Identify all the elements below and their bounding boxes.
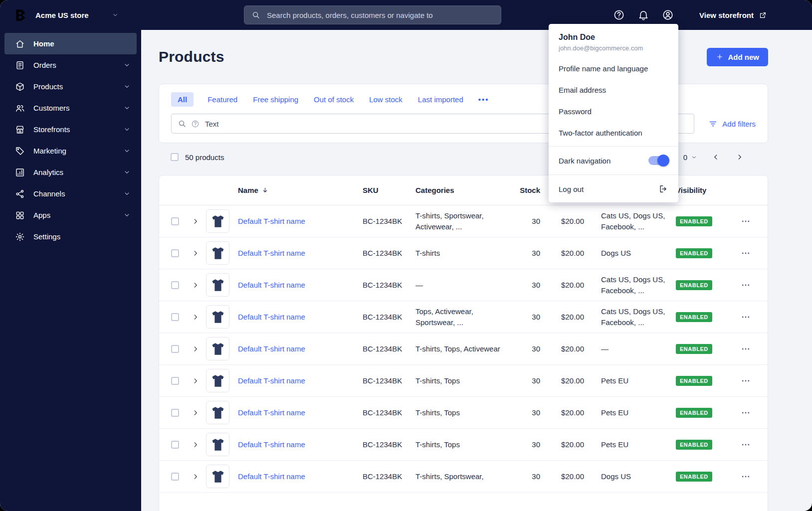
prev-page-button[interactable] — [711, 152, 721, 162]
tshirt-icon — [210, 437, 225, 452]
sidebar-item-storefronts[interactable]: Storefronts — [4, 119, 137, 140]
row-checkbox[interactable] — [171, 217, 179, 225]
product-sku: BC-1234BK — [363, 281, 415, 289]
row-checkbox[interactable] — [171, 281, 179, 289]
row-actions-button[interactable] — [741, 247, 753, 259]
sidebar-item-icon — [15, 146, 25, 156]
sidebar-item-channels[interactable]: Channels — [4, 183, 137, 204]
row-expand-button[interactable] — [191, 408, 200, 417]
column-header-categories[interactable]: Categories — [415, 186, 513, 194]
product-name-link[interactable]: Default T-shirt name — [238, 440, 363, 449]
filter-tab-low-stock[interactable]: Low stock — [368, 92, 404, 107]
sidebar-nav: Home Orders Products Customers Storefron… — [0, 33, 141, 247]
logout-menu-item[interactable]: Log out — [549, 177, 678, 200]
chevron-right-icon — [191, 313, 200, 322]
sidebar-item-home[interactable]: Home — [4, 33, 137, 54]
column-header-visibility[interactable]: Visibility — [676, 186, 726, 194]
filter-tab-featured[interactable]: Featured — [206, 92, 239, 107]
filter-tab-out-of-stock[interactable]: Out of stock — [312, 92, 355, 107]
profile-menu-item-profile-name-and-language[interactable]: Profile name and language — [549, 58, 678, 79]
product-stock: 30 — [532, 344, 542, 353]
sidebar-item-label: Channels — [33, 189, 123, 198]
row-checkbox[interactable] — [171, 345, 179, 353]
sidebar-item-icon — [15, 39, 25, 49]
product-stock: 30 — [532, 376, 542, 385]
product-name-link[interactable]: Default T-shirt name — [238, 408, 363, 417]
add-new-button[interactable]: Add new — [707, 48, 769, 66]
profile-menu-item-password[interactable]: Password — [549, 101, 678, 122]
store-switcher[interactable]: Acme US store — [35, 11, 119, 19]
row-actions-button[interactable] — [741, 311, 753, 323]
product-name-link[interactable]: Default T-shirt name — [238, 217, 363, 225]
row-checkbox[interactable] — [171, 377, 179, 385]
select-all-checkbox[interactable] — [171, 153, 179, 161]
row-checkbox[interactable] — [171, 473, 179, 481]
product-name-link[interactable]: Default T-shirt name — [238, 376, 363, 385]
column-header-name[interactable]: Name — [238, 186, 363, 194]
product-visibility: ENABLED — [676, 312, 726, 322]
next-page-button[interactable] — [735, 152, 745, 162]
row-actions-button[interactable] — [741, 279, 753, 291]
row-actions-button[interactable] — [741, 471, 753, 483]
profile-menu-item-two-factor-authentication[interactable]: Two-factor authentication — [549, 122, 678, 144]
row-actions-button[interactable] — [741, 215, 753, 227]
product-thumbnail — [206, 369, 229, 392]
filter-tab-free-shipping[interactable]: Free shipping — [251, 92, 300, 107]
sidebar-item-marketing[interactable]: Marketing — [4, 140, 137, 162]
row-expand-button[interactable] — [191, 376, 200, 385]
profile-menu-header: John Doe john.doe@bigcommerce.com — [549, 25, 678, 58]
help-button[interactable] — [613, 9, 625, 21]
profile-name: John Doe — [559, 33, 668, 42]
sidebar-item-customers[interactable]: Customers — [4, 97, 137, 119]
product-name-link[interactable]: Default T-shirt name — [238, 281, 363, 289]
brand-area: Acme US store — [0, 8, 141, 22]
filter-tabs-more-button[interactable]: ••• — [477, 95, 490, 104]
sidebar-item-products[interactable]: Products — [4, 76, 137, 97]
row-actions-button[interactable] — [741, 407, 753, 419]
row-expand-button[interactable] — [191, 344, 200, 353]
row-checkbox[interactable] — [171, 441, 179, 449]
row-checkbox[interactable] — [171, 409, 179, 417]
row-checkbox[interactable] — [171, 249, 179, 257]
notifications-button[interactable] — [637, 9, 650, 21]
product-price: $20.00 — [561, 249, 586, 257]
plus-icon — [716, 53, 724, 61]
view-storefront-link[interactable]: View storefront — [699, 11, 767, 19]
row-expand-button[interactable] — [191, 472, 200, 481]
product-thumbnail — [206, 305, 229, 329]
profile-menu-items: Profile name and languageEmail addressPa… — [549, 58, 678, 144]
row-expand-button[interactable] — [191, 313, 200, 322]
product-price: $20.00 — [561, 376, 586, 385]
row-checkbox[interactable] — [171, 313, 179, 321]
add-filters-button[interactable]: Add filters — [708, 119, 756, 129]
filter-tab-all[interactable]: All — [171, 92, 194, 107]
filter-tab-last-imported[interactable]: Last imported — [416, 92, 465, 107]
global-search[interactable] — [244, 5, 501, 24]
dark-navigation-toggle[interactable] — [648, 156, 668, 165]
sidebar-item-apps[interactable]: Apps — [4, 204, 137, 226]
product-name-link[interactable]: Default T-shirt name — [238, 344, 363, 353]
product-name-link[interactable]: Default T-shirt name — [238, 313, 363, 321]
sidebar-item-analytics[interactable]: Analytics — [4, 162, 137, 183]
dark-navigation-row[interactable]: Dark navigation — [549, 149, 678, 172]
column-header-stock[interactable]: Stock — [520, 186, 542, 194]
row-expand-button[interactable] — [191, 217, 200, 226]
per-page-select[interactable]: 0 — [683, 153, 697, 162]
sidebar-item-settings[interactable]: Settings — [4, 226, 137, 247]
sidebar-item-orders[interactable]: Orders — [4, 54, 137, 76]
profile-menu-item-email-address[interactable]: Email address — [549, 79, 678, 101]
row-expand-button[interactable] — [191, 440, 200, 449]
product-name-link[interactable]: Default T-shirt name — [238, 249, 363, 257]
row-actions-button[interactable] — [741, 343, 753, 355]
account-button[interactable] — [662, 9, 674, 21]
row-actions-button[interactable] — [741, 439, 753, 451]
more-options-icon — [741, 280, 751, 290]
row-expand-button[interactable] — [191, 249, 200, 258]
column-header-sku[interactable]: SKU — [363, 186, 415, 194]
store-name: Acme US store — [35, 11, 89, 19]
row-expand-button[interactable] — [191, 281, 200, 290]
row-actions-button[interactable] — [741, 375, 753, 387]
global-search-input[interactable] — [266, 10, 494, 20]
product-name-link[interactable]: Default T-shirt name — [238, 472, 363, 481]
app-window: Acme US store View storefront Home Order… — [0, 0, 812, 511]
